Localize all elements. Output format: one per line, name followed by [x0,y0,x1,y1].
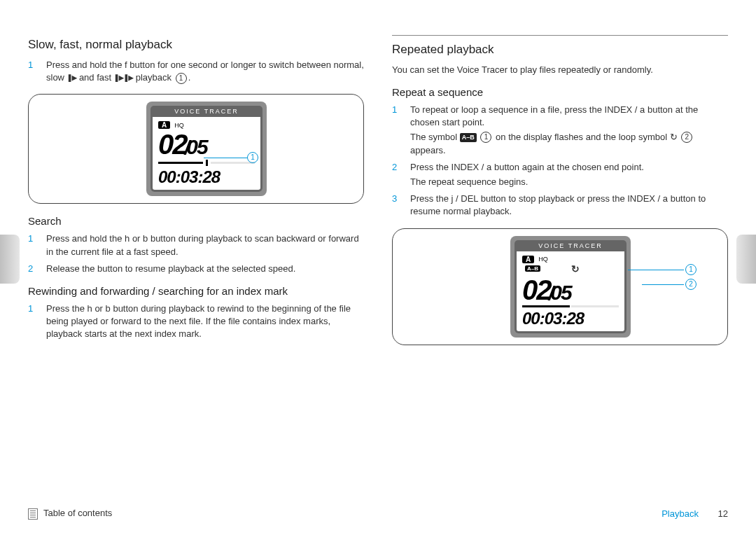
step-number: 1 [28,232,36,258]
prev-page-tab[interactable] [0,235,20,284]
device-body: VOICE TRACER A HQ A–B ↻ 02/05 00:03:28 [510,236,631,338]
hq-indicator: HQ [538,256,548,263]
button-ref: b [106,303,111,314]
footer-right: Playback 12 [662,508,728,519]
step-text: Press and hold the h or b button during … [46,232,364,258]
ref-marker: 1 [176,73,187,84]
toc-label: Table of contents [43,508,112,518]
device-body: VOICE TRACER A HQ 02/05 00:03:28 [146,102,267,196]
right-column: Repeated playback You can set the Voice … [392,35,728,356]
progress-bar [158,160,255,166]
next-page-tab[interactable] [736,235,756,284]
step-number: 3 [392,193,400,218]
callout-marker: 1 [685,264,696,275]
button-ref: INDEX / a [627,193,668,204]
list-item: 1 To repeat or loop a sequence in a file… [392,104,728,157]
step-text: To repeat or loop a sequence in a file, … [410,104,728,157]
ref-marker: 1 [480,132,491,143]
loop-icon: ↻ [670,131,678,144]
step-text: Press the INDEX / a button again at the … [410,161,728,188]
heading-rewind: Rewinding and forwarding / searching for… [28,285,364,297]
progress-bar [522,305,619,307]
folder-indicator: A [522,256,534,263]
repeat-steps: 1 To repeat or loop a sequence in a file… [392,104,728,218]
list-item: 2 Release the button to resume playback … [28,263,364,275]
folder-indicator: A [158,121,170,129]
playback-steps: 1 Press and hold the f button for one se… [28,59,364,84]
step-text: Press the h or b button during playback … [46,303,364,341]
device-lcd: A HQ A–B ↻ 02/05 00:03:28 [514,251,626,333]
slow-play-icon: ❚▶ [67,72,77,83]
step-number: 2 [28,263,36,275]
button-ref: j / DEL [451,193,479,204]
device-figure-repeat: VOICE TRACER A HQ A–B ↻ 02/05 00:03:28 [392,228,728,345]
ab-lcd-icon: A–B [525,265,540,272]
step-number: 1 [28,59,36,84]
ab-chip-icon: A–B [460,133,477,142]
elapsed-time: 00:03:28 [522,309,619,328]
callout-leader [642,284,684,285]
step-number: 1 [28,303,36,341]
step-subtext: The symbol A–B 1 on the display flashes … [410,131,728,157]
heading-slow-fast: Slow, fast, normal playback [28,38,364,52]
heading-repeat-sequence: Repeat a sequence [392,86,728,98]
rewind-steps: 1 Press the h or b button during playbac… [28,303,364,341]
list-item: 1 Press the h or b button during playbac… [28,303,364,341]
callout-leader [628,270,684,270]
list-item: 1 Press and hold the h or b button durin… [28,232,364,258]
step-text: Press the j / DEL button to stop playbac… [410,193,728,218]
track-counter: 02/05 [522,276,619,304]
step-text: Press and hold the f button for one seco… [46,59,364,84]
track-counter: 02/05 [158,130,255,158]
left-column: Slow, fast, normal playback 1 Press and … [28,35,364,356]
repeated-intro: You can set the Voice Tracer to play fil… [392,64,728,76]
button-ref: INDEX / a [605,104,645,115]
toc-link[interactable]: Table of contents [28,508,112,520]
device-lcd: A HQ 02/05 00:03:28 [150,117,262,192]
section-link[interactable]: Playback [662,508,699,519]
device-brand: VOICE TRACER [514,240,626,251]
button-ref: h [88,303,92,314]
loop-lcd-icon: ↻ [571,263,580,275]
callout-leader [204,158,247,158]
page-footer: Table of contents Playback 12 [28,508,728,520]
page-number: 12 [718,508,728,519]
step-number: 1 [392,104,400,157]
ref-marker: 2 [681,132,692,143]
heading-repeated: Repeated playback [392,43,728,57]
toc-icon [28,508,38,520]
step-subtext: The repeat sequence begins. [410,176,728,188]
list-item: 1 Press and hold the f button for one se… [28,59,364,84]
list-item: 2 Press the INDEX / a button again at th… [392,161,728,188]
list-item: 3 Press the j / DEL button to stop playb… [392,193,728,218]
hq-indicator: HQ [174,122,184,129]
callout-marker: 2 [685,279,696,290]
button-ref: INDEX / a [451,162,492,172]
search-steps: 1 Press and hold the h or b button durin… [28,232,364,275]
step-text: Release the button to resume playback at… [46,263,364,275]
fast-play-icon: ❚▶❚▶ [114,72,133,83]
step-number: 2 [392,161,400,188]
device-figure-playback: VOICE TRACER A HQ 02/05 00:03:28 1 [28,94,364,204]
elapsed-time: 00:03:28 [158,167,255,187]
heading-search: Search [28,215,364,227]
device-brand: VOICE TRACER [150,106,262,117]
